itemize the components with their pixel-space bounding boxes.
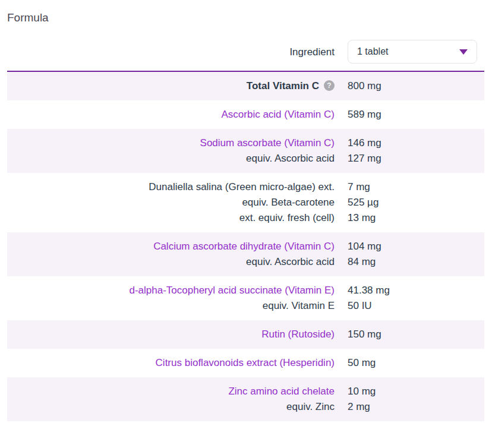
amount-value: 589 mg bbox=[348, 107, 484, 122]
ingredient-name-column: Sodium ascorbate (Vitamin C)equiv. Ascor… bbox=[7, 135, 348, 166]
amount-value: 146 mg bbox=[348, 135, 484, 151]
ingredient-name-link[interactable]: Sodium ascorbate (Vitamin C) bbox=[200, 137, 335, 149]
amount-column: 589 mg bbox=[348, 107, 484, 122]
amount-column: 146 mg127 mg bbox=[348, 135, 484, 166]
amount-value: 7 mg bbox=[348, 179, 484, 195]
amount-column: 10 mg2 mg bbox=[348, 384, 484, 415]
amount-value: 41.38 mg bbox=[348, 283, 484, 298]
amount-value: 50 mg bbox=[348, 355, 484, 371]
ingredient-name-line: Ascorbic acid (Vitamin C) bbox=[7, 107, 335, 122]
ingredient-name-line: Sodium ascorbate (Vitamin C) bbox=[7, 135, 335, 151]
total-ingredient-name: Total Vitamin C bbox=[247, 80, 319, 92]
ingredient-name-column: Citrus bioflavonoids extract (Hesperidin… bbox=[7, 355, 348, 371]
ingredient-row: Rutin (Rutoside)150 mg bbox=[7, 320, 484, 349]
ingredient-name-column: Total Vitamin C? bbox=[7, 78, 348, 94]
dropdown-arrow-icon bbox=[459, 49, 468, 55]
equiv-name: Dunaliella salina (Green micro-algae) ex… bbox=[149, 181, 335, 193]
ingredient-row: Sodium ascorbate (Vitamin C)equiv. Ascor… bbox=[7, 129, 484, 173]
amount-value: 150 mg bbox=[348, 327, 484, 342]
ingredient-row: Calcium ascorbate dihydrate (Vitamin C)e… bbox=[7, 232, 484, 276]
amount-column: 800 mg bbox=[348, 78, 484, 94]
amount-column: 104 mg84 mg bbox=[348, 239, 484, 270]
ingredient-row: Ascorbic acid (Vitamin C)589 mg bbox=[7, 100, 484, 129]
amount-value: 2 mg bbox=[348, 399, 484, 415]
ingredient-name-column: Calcium ascorbate dihydrate (Vitamin C)e… bbox=[7, 239, 348, 270]
ingredient-name-line: Total Vitamin C? bbox=[7, 78, 335, 94]
equiv-name-line: equiv. Ascorbic acid bbox=[7, 151, 335, 166]
serving-size-select[interactable]: 1 tablet bbox=[348, 40, 477, 64]
amount-column: 50 mg bbox=[348, 355, 484, 371]
ingredient-row: Total Vitamin C?800 mg bbox=[7, 72, 484, 100]
amount-value: 10 mg bbox=[348, 384, 484, 399]
ingredient-name-link[interactable]: Citrus bioflavonoids extract (Hesperidin… bbox=[156, 357, 335, 368]
ingredient-name-line: Rutin (Rutoside) bbox=[7, 327, 335, 342]
serving-size-value: 1 tablet bbox=[357, 46, 388, 57]
equiv-name-line: equiv. Vitamin E bbox=[7, 298, 335, 314]
ingredient-name-line: Zinc amino acid chelate bbox=[7, 384, 335, 399]
amount-value: 800 mg bbox=[348, 78, 484, 94]
equiv-name: equiv. Vitamin E bbox=[263, 300, 335, 311]
amount-column: 7 mg525 µg13 mg bbox=[348, 179, 484, 226]
ingredient-name-link[interactable]: Rutin (Rutoside) bbox=[261, 329, 335, 340]
equiv-name-line: ext. equiv. fresh (cell) bbox=[7, 210, 335, 226]
amount-value: 525 µg bbox=[348, 195, 484, 210]
equiv-name: ext. equiv. fresh (cell) bbox=[239, 212, 335, 223]
ingredient-name-line: Citrus bioflavonoids extract (Hesperidin… bbox=[7, 355, 335, 371]
equiv-name-line: equiv. Beta-carotene bbox=[7, 195, 335, 210]
equiv-name-line: equiv. Zinc bbox=[7, 399, 335, 415]
ingredient-name-line: d-alpha-Tocopheryl acid succinate (Vitam… bbox=[7, 283, 335, 298]
ingredient-row: Citrus bioflavonoids extract (Hesperidin… bbox=[7, 349, 484, 377]
amount-value: 84 mg bbox=[348, 254, 484, 270]
amount-value: 127 mg bbox=[348, 151, 484, 166]
ingredient-name-link[interactable]: Ascorbic acid (Vitamin C) bbox=[221, 109, 335, 120]
formula-page: Formula Ingredient 1 tablet Total Vitami… bbox=[0, 0, 492, 421]
equiv-name: equiv. Ascorbic acid bbox=[246, 256, 335, 267]
amount-value: 13 mg bbox=[348, 210, 484, 226]
amount-value: 104 mg bbox=[348, 239, 484, 254]
ingredient-name-link[interactable]: d-alpha-Tocopheryl acid succinate (Vitam… bbox=[129, 285, 335, 296]
amount-column: 41.38 mg50 IU bbox=[348, 283, 484, 314]
ingredient-name-link[interactable]: Zinc amino acid chelate bbox=[228, 386, 335, 397]
ingredient-name-column: Zinc amino acid chelateequiv. Zinc bbox=[7, 384, 348, 415]
equiv-name-line: Dunaliella salina (Green micro-algae) ex… bbox=[7, 179, 335, 195]
ingredient-column-header: Ingredient bbox=[7, 46, 348, 58]
ingredient-name-column: d-alpha-Tocopheryl acid succinate (Vitam… bbox=[7, 283, 348, 314]
ingredient-name-column: Dunaliella salina (Green micro-algae) ex… bbox=[7, 179, 348, 226]
ingredient-name-column: Ascorbic acid (Vitamin C) bbox=[7, 107, 348, 122]
equiv-name: equiv. Zinc bbox=[286, 401, 335, 412]
amount-value: 50 IU bbox=[348, 298, 484, 314]
equiv-name: equiv. Ascorbic acid bbox=[246, 153, 335, 164]
equiv-name-line: equiv. Ascorbic acid bbox=[7, 254, 335, 270]
ingredient-row: d-alpha-Tocopheryl acid succinate (Vitam… bbox=[7, 276, 484, 320]
table-header: Ingredient 1 tablet bbox=[7, 40, 484, 64]
equiv-name: equiv. Beta-carotene bbox=[242, 197, 335, 208]
formula-table: Total Vitamin C?800 mgAscorbic acid (Vit… bbox=[7, 71, 484, 421]
ingredient-row: Zinc amino acid chelateequiv. Zinc10 mg2… bbox=[7, 377, 484, 421]
ingredient-row: Dunaliella salina (Green micro-algae) ex… bbox=[7, 173, 484, 232]
amount-column: 150 mg bbox=[348, 327, 484, 342]
page-title: Formula bbox=[7, 11, 484, 25]
ingredient-name-line: Calcium ascorbate dihydrate (Vitamin C) bbox=[7, 239, 335, 254]
ingredient-name-column: Rutin (Rutoside) bbox=[7, 327, 348, 342]
ingredient-name-link[interactable]: Calcium ascorbate dihydrate (Vitamin C) bbox=[153, 241, 335, 252]
help-icon[interactable]: ? bbox=[324, 80, 335, 91]
